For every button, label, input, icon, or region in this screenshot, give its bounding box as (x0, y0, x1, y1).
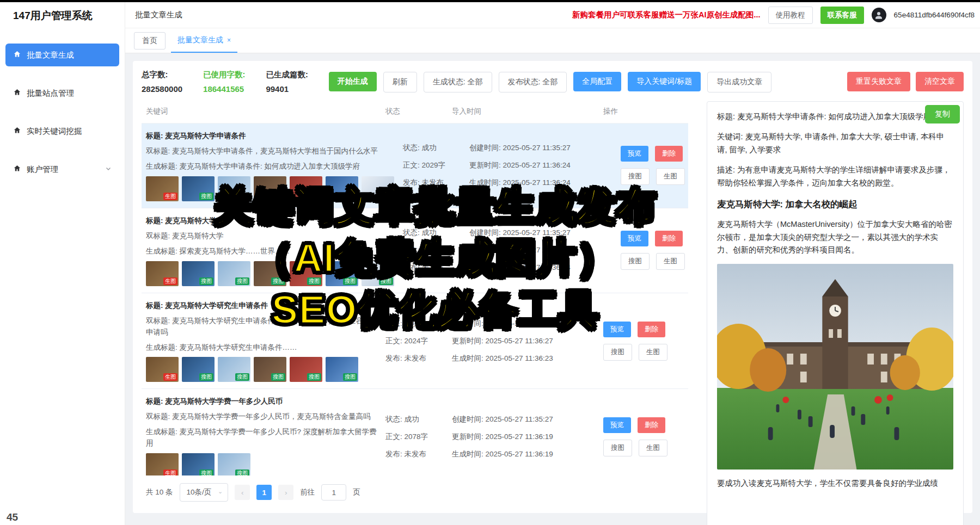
table-row[interactable]: 标题: 麦克马斯特大学申请条件 双标题: 麦克马斯特大学申请条件，麦克马斯特大学… (142, 123, 688, 208)
generate-status-select[interactable]: 生成状态: 全部 (424, 72, 492, 92)
publish-status: 发布: 未发布 (385, 449, 452, 459)
page-number-button[interactable]: 1 (256, 485, 272, 500)
article-thumbnail[interactable]: 搜图 (182, 176, 215, 201)
generate-image-button[interactable]: 生图 (639, 440, 667, 456)
delete-button[interactable]: 删除 (655, 231, 683, 246)
avatar[interactable] (872, 8, 886, 22)
contact-support-button[interactable]: 联系客服 (820, 7, 864, 24)
thumbnail-badge: 搜图 (307, 373, 321, 381)
reset-failed-button[interactable]: 重置失败文章 (847, 72, 910, 91)
copy-button[interactable]: 复制 (925, 105, 960, 123)
generated-time: 生成时间: 2025-05-27 11:36:24 (469, 263, 621, 273)
pagination: 共 10 条 10条/页 ⌄ ‹ 1 › 前往 页 (142, 475, 688, 509)
start-generate-button[interactable]: 开始生成 (329, 72, 377, 91)
publish-status-select[interactable]: 发布状态: 全部 (499, 72, 567, 92)
sidebar-item-account[interactable]: 账户管理 (5, 158, 119, 181)
article-thumbnail[interactable]: 生图 (146, 261, 179, 286)
article-thumbnail[interactable]: 生图 (146, 357, 179, 382)
preview-button[interactable]: 预览 (603, 322, 631, 337)
preview-article-paragraph: 麦克马斯特大学（McMasterUniversity）位于加拿大安大略省的哈密尔… (717, 218, 953, 257)
stat-label: 已生成篇数: (266, 70, 308, 80)
table-row[interactable]: 标题: 麦克马斯特大学学费一年多少人民币 双标题: 麦克马斯特大学学费一年多少人… (142, 389, 688, 475)
article-double-title: 双标题: 麦克马斯特大学学费一年多少人民币，麦克马斯特含金量高吗 (146, 411, 377, 423)
thumbnail-strip: 生图搜图搜图搜图搜图搜图 (146, 357, 377, 382)
table-row[interactable]: 标题: 麦克马斯特大学 双标题: 麦克马斯特大学 生成标题: 探索麦克马斯特大学… (142, 208, 688, 293)
close-icon[interactable]: × (227, 36, 231, 44)
thumbnail-badge: 搜图 (199, 277, 213, 285)
goto-label: 前往 (300, 487, 315, 497)
created-time: 创建时间: 2025-05-27 11:35:27 (469, 143, 621, 153)
article-thumbnail[interactable]: 搜图 (182, 453, 215, 475)
delete-button[interactable]: 删除 (638, 322, 665, 337)
article-thumbnail[interactable]: 搜图 (362, 176, 394, 201)
keyword-cell: 标题: 麦克马斯特大学申请条件 双标题: 麦克马斯特大学申请条件，麦克马斯特大学… (146, 130, 403, 201)
sidebar-item-keyword-mining[interactable]: 实时关键词挖掘 (5, 120, 119, 143)
sidebar-item-label: 批量站点管理 (27, 88, 74, 98)
goto-page-input[interactable] (321, 484, 346, 501)
preview-title: 标题: 麦克马斯特大学申请条件: 如何成功进入加拿大顶级学府 (717, 110, 953, 123)
search-image-button[interactable]: 搜图 (603, 344, 632, 361)
preview-button[interactable]: 预览 (621, 231, 648, 246)
next-page-button[interactable]: › (278, 485, 293, 500)
user-icon (874, 10, 884, 20)
article-thumbnail[interactable]: 搜图 (254, 357, 286, 382)
tutorial-button[interactable]: 使用教程 (768, 7, 813, 24)
search-image-button[interactable]: 搜图 (621, 168, 650, 185)
preview-button[interactable]: 预览 (603, 417, 631, 433)
article-thumbnail[interactable]: 搜图 (290, 261, 322, 286)
article-thumbnail[interactable]: 搜图 (326, 357, 358, 382)
sidebar-item-batch-site[interactable]: 批量站点管理 (5, 82, 119, 104)
article-thumbnail[interactable]: 搜图 (254, 261, 286, 286)
generate-image-button[interactable]: 生图 (656, 168, 685, 185)
article-thumbnail[interactable]: 生图 (146, 453, 179, 475)
generate-image-button[interactable]: 生图 (639, 344, 667, 361)
video-letterbox-bar (0, 0, 980, 2)
search-image-button[interactable]: 搜图 (603, 440, 632, 456)
actions-cell: 预览 删除 搜图 生图 (603, 300, 684, 382)
clear-articles-button[interactable]: 清空文章 (916, 72, 964, 91)
thumbnail-badge: 搜图 (235, 470, 249, 475)
article-thumbnail[interactable]: 搜图 (218, 176, 250, 201)
article-thumbnail[interactable]: 生图 (146, 176, 179, 201)
article-preview-panel: 复制 标题: 麦克马斯特大学申请条件: 如何成功进入加拿大顶级学府 关键词: 麦… (707, 101, 964, 525)
delete-button[interactable]: 删除 (655, 146, 683, 162)
global-config-button[interactable]: 全局配置 (573, 72, 621, 91)
thumbnail-strip: 生图搜图搜图 (146, 453, 377, 475)
updated-time: 更新时间: 2025-05-27 11:36:24 (469, 160, 621, 170)
article-thumbnail[interactable]: 搜图 (326, 176, 358, 201)
page-size-select[interactable]: 10条/页 ⌄ (180, 483, 229, 502)
article-thumbnail[interactable]: 搜图 (182, 357, 215, 382)
article-thumbnail[interactable]: 搜图 (254, 176, 286, 201)
actions-cell: 预览 删除 搜图 生图 (621, 215, 685, 286)
delete-button[interactable]: 删除 (638, 417, 665, 433)
prev-page-button[interactable]: ‹ (235, 485, 250, 500)
tab-home[interactable]: 首页 (134, 32, 166, 50)
search-image-button[interactable]: 搜图 (621, 253, 650, 270)
sidebar-item-batch-article[interactable]: 批量文章生成 (5, 44, 119, 66)
status-cell: 状态: 成功 正文: 2024字 发布: 未发布 (385, 300, 452, 382)
user-id[interactable]: 65e4811dfb644f690f4cf8 (894, 11, 975, 19)
article-thumbnail[interactable]: 搜图 (218, 357, 250, 382)
tab-bar: 首页 批量文章生成 × (125, 28, 980, 53)
home-icon (13, 126, 21, 136)
article-thumbnail[interactable]: 搜图 (218, 261, 250, 286)
tab-batch-article[interactable]: 批量文章生成 × (171, 35, 237, 53)
export-success-button[interactable]: 导出成功文章 (707, 72, 771, 92)
generate-image-button[interactable]: 生图 (656, 253, 685, 270)
table-row[interactable]: 标题: 麦克马斯特大学研究生申请条件 双标题: 麦克马斯特大学研究生申请条件，麦… (142, 293, 688, 390)
article-thumbnail[interactable]: 搜图 (218, 453, 250, 475)
promo-notice[interactable]: 新购套餐用户可联系客服赠送一万张AI原创生成配图... (572, 10, 761, 20)
status-text: 状态: 成功 (403, 228, 469, 238)
refresh-button[interactable]: 刷新 (383, 72, 417, 92)
stat-total-words: 总字数: 282580000 (142, 70, 182, 94)
article-thumbnail[interactable]: 搜图 (362, 261, 394, 286)
article-thumbnail[interactable]: 搜图 (290, 176, 322, 201)
generated-time: 生成时间: 2025-05-27 11:36:23 (452, 354, 603, 363)
article-thumbnail[interactable]: 搜图 (290, 357, 322, 382)
article-thumbnail[interactable]: 搜图 (326, 261, 358, 286)
article-thumbnail[interactable]: 搜图 (182, 261, 215, 286)
import-keywords-button[interactable]: 导入关键词/标题 (628, 72, 701, 91)
thumbnail-badge: 搜图 (271, 373, 285, 381)
preview-button[interactable]: 预览 (621, 146, 648, 162)
col-keyword: 关键词 (146, 107, 385, 116)
